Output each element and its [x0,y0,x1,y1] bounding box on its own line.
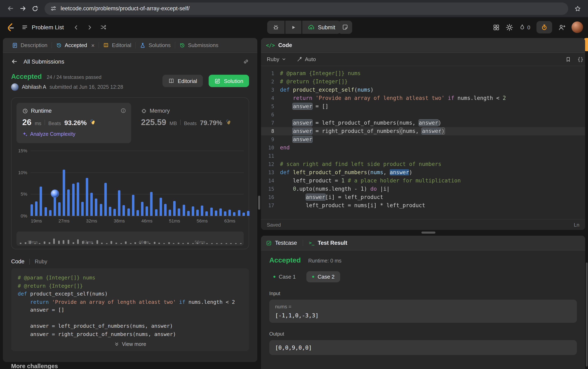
code-line: 4 return 'Provide an array of length atl… [261,94,585,102]
panel-resize-handle-horizontal[interactable] [421,232,435,234]
memory-value: 225.59 [141,118,166,127]
chart-x-axis: 19ms27ms32ms38ms46ms51ms56ms63ms [30,217,244,224]
close-tab-icon[interactable]: × [91,42,94,48]
chart-minimap[interactable]: 19ms32ms46ms56ms [17,232,244,246]
minimap-bar [163,243,165,244]
case-1-label: Case 1 [279,274,296,280]
histogram-bar [243,212,245,216]
solution-button[interactable]: Solution [209,75,249,87]
url-bar[interactable]: leetcode.com/problems/product-of-array-e… [45,2,568,15]
debugger-icon [273,24,279,31]
editor-panel-title: Code [278,42,292,48]
daily-streak[interactable]: 0 [519,24,530,31]
result-status: Accepted [269,256,301,265]
info-icon[interactable] [120,108,126,113]
language-selected: Ruby [267,56,279,62]
minimap-bar [225,243,227,244]
settings-gear-icon[interactable] [506,24,513,31]
minimap-bar [120,243,122,244]
panel-resize-handle-vertical[interactable] [258,196,260,210]
problem-list-nav[interactable]: Problem List [21,24,64,31]
submit-button[interactable]: Submit [302,21,341,34]
bookmark-icon[interactable] [565,56,571,62]
minimap-tick: 19ms [27,239,38,244]
minimap-bar [20,243,21,244]
cursor-position: Ln [574,222,579,228]
x-axis-tick: 46ms [141,218,153,223]
site-settings-icon [50,5,57,11]
view-more-button[interactable]: View more [18,341,243,347]
test-result-tab[interactable]: >_ Test Result [309,240,347,246]
tab-description[interactable]: Description [8,38,51,53]
line-number: 16 [261,193,280,201]
invite-user-icon[interactable] [558,24,565,31]
tab-solutions[interactable]: Solutions [136,38,175,53]
clap-emoji [90,119,96,125]
result-runtime: Runtime: 0 ms [308,258,342,264]
browser-forward-button[interactable] [17,2,29,15]
notes-button[interactable] [338,21,352,34]
format-braces-icon[interactable]: {} [578,56,583,62]
minimap-bar [116,243,117,244]
tab-submissions[interactable]: Submissions [175,38,223,53]
editorial-button[interactable]: Editorial [162,75,203,87]
description-icon [12,42,18,48]
window-scrollbar[interactable] [586,263,588,367]
timer-button[interactable] [537,21,552,33]
author-name[interactable]: Abhilash A [22,84,46,90]
runtime-card[interactable]: Runtime 26 ms Beats 93.26% [17,103,131,143]
histogram-bar [224,212,226,216]
code-line: 5 answer = [] [261,102,585,111]
tab-accepted[interactable]: Accepted × [52,38,99,53]
minimap-bar [77,239,79,244]
layout-grid-icon[interactable] [493,24,500,31]
shuffle-button[interactable] [100,24,107,31]
code-line: 11 [261,152,585,160]
all-submissions-link[interactable]: All Submissions [23,58,64,65]
editor-code-area[interactable]: 1# @param {Integer[]} nums2# @return {In… [261,69,585,210]
minimap-bar [44,241,45,244]
histogram-bar [229,210,231,216]
line-number: 1 [261,69,280,78]
code-line: 15 0.upto(nums.length - 1) do |i| [261,185,585,193]
input-box[interactable]: nums = [-1,1,0,-3,3] [269,300,577,323]
analyze-complexity-link[interactable]: Analyze Complexity [22,131,125,137]
code-line: 6 [261,111,585,119]
tab-label: Submissions [188,42,218,48]
output-box[interactable]: [0,0,9,0,0] [269,340,577,355]
browser-reload-button[interactable] [29,2,41,15]
play-icon [291,25,296,30]
tab-editorial[interactable]: Editorial [99,38,136,53]
run-button[interactable] [285,21,301,34]
auto-label: Auto [305,56,316,62]
minimap-bar [63,240,65,244]
prev-problem-button[interactable] [73,24,79,30]
auto-toggle[interactable]: Auto [297,56,316,62]
bookmark-page-button[interactable] [571,2,584,15]
input-field-name: nums = [275,304,571,309]
copy-link-icon[interactable] [243,58,249,65]
test-result-tab-label: Test Result [318,240,347,246]
your-submission-marker[interactable] [51,190,59,197]
case-2-tab[interactable]: Case 2 [306,271,340,282]
case-2-label: Case 2 [317,274,334,280]
next-problem-button[interactable] [87,24,93,30]
histogram-bar [127,208,130,216]
code-line: 16 answer[i] = left_product [261,193,585,201]
user-avatar[interactable] [571,21,583,33]
problem-panel: Description Accepted × Editorial Solutio… [3,38,257,362]
memory-label: Memory [150,108,170,114]
memory-card[interactable]: Memory 225.59 MB Beats 79.79% [131,103,237,143]
testcase-tab[interactable]: Testcase [266,240,297,246]
runtime-value: 26 [22,118,31,127]
leetcode-logo[interactable] [6,22,15,32]
browser-back-button[interactable] [4,2,17,15]
minimap-bar [149,243,150,244]
case-1-tab[interactable]: Case 1 [269,271,300,282]
minimap-bar [125,241,127,244]
code-line: 14 left_product = 1 # a place holder for… [261,177,585,185]
language-selector[interactable]: Ruby [267,56,286,62]
back-arrow-icon[interactable] [11,58,18,65]
star-icon [574,5,581,12]
debug-button[interactable] [267,21,284,34]
